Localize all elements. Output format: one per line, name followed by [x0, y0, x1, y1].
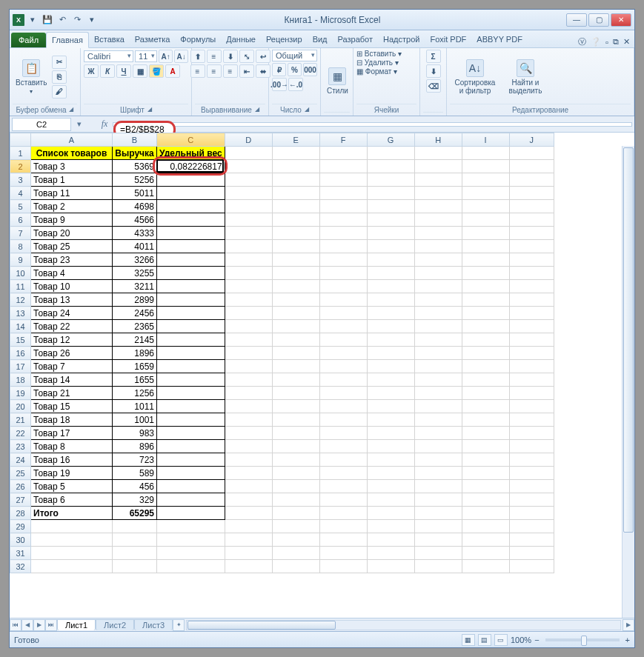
row-header-26[interactable]: 26 [10, 480, 31, 493]
cell[interactable] [509, 333, 554, 347]
cell[interactable] [272, 520, 319, 533]
cell[interactable] [272, 493, 319, 507]
sort-filter-button[interactable]: A↓ Сортировка и фильтр [450, 58, 500, 96]
cell[interactable] [509, 453, 554, 467]
row-header-17[interactable]: 17 [10, 360, 31, 373]
row-header-22[interactable]: 22 [10, 427, 31, 440]
cell[interactable] [509, 400, 554, 413]
cell[interactable] [225, 467, 272, 480]
cell[interactable] [509, 560, 554, 573]
cell[interactable] [462, 307, 509, 320]
cell[interactable] [367, 480, 414, 493]
cell[interactable] [319, 213, 367, 227]
cell[interactable] [225, 547, 272, 560]
ribbon-tab-5[interactable]: Рецензир [261, 32, 308, 47]
cell-name[interactable]: Товар 9 [31, 213, 113, 227]
page-layout-view-icon[interactable]: ▤ [478, 634, 491, 646]
cell-name[interactable]: Товар 5 [31, 480, 113, 493]
cell[interactable] [509, 493, 554, 507]
col-header-D[interactable]: D [225, 133, 272, 147]
cell[interactable] [272, 213, 319, 227]
cell-value[interactable]: 2145 [113, 333, 157, 347]
cell[interactable] [462, 507, 509, 520]
font-launcher-icon[interactable]: ◢ [147, 106, 152, 114]
cell[interactable] [319, 280, 367, 293]
cell[interactable] [319, 307, 367, 320]
cell-value[interactable]: 3255 [113, 267, 157, 280]
decrease-indent-icon[interactable]: ⇤ [239, 64, 254, 78]
cell-value[interactable]: 4333 [113, 227, 157, 240]
ribbon-tab-4[interactable]: Данные [221, 32, 261, 47]
cell[interactable] [319, 187, 367, 200]
cell[interactable] [319, 427, 367, 440]
header-cell-2[interactable]: Удельный вес [157, 147, 225, 160]
cell[interactable] [225, 427, 272, 440]
ribbon-restore-icon[interactable]: ⧉ [613, 37, 619, 47]
cut-icon[interactable]: ✂ [52, 56, 67, 69]
row-header-13[interactable]: 13 [10, 307, 31, 320]
cell[interactable] [319, 293, 367, 307]
namebox-dropdown-icon[interactable]: ▾ [73, 118, 86, 131]
cell[interactable] [225, 440, 272, 453]
cell[interactable] [272, 547, 319, 560]
currency-icon[interactable]: ₽ [272, 63, 286, 76]
cell[interactable] [272, 480, 319, 493]
cell-weight[interactable] [157, 320, 225, 333]
cell[interactable] [367, 373, 414, 387]
cell[interactable] [367, 387, 414, 400]
align-bottom-icon[interactable]: ⬇ [223, 50, 238, 63]
cell-name[interactable]: Товар 14 [31, 373, 113, 387]
cell[interactable] [414, 533, 462, 547]
cell-weight[interactable] [157, 400, 225, 413]
cell[interactable] [157, 507, 225, 520]
cell[interactable] [414, 507, 462, 520]
row-header-19[interactable]: 19 [10, 387, 31, 400]
cell[interactable] [509, 307, 554, 320]
cell-weight[interactable] [157, 267, 225, 280]
cell[interactable] [462, 200, 509, 213]
row-header-25[interactable]: 25 [10, 467, 31, 480]
row-header-15[interactable]: 15 [10, 333, 31, 347]
row-header-27[interactable]: 27 [10, 493, 31, 507]
cell-name[interactable]: Товар 15 [31, 400, 113, 413]
horizontal-scrollbar[interactable] [186, 620, 621, 630]
row-header-6[interactable]: 6 [10, 213, 31, 227]
cell[interactable] [367, 507, 414, 520]
cell[interactable] [367, 400, 414, 413]
name-box[interactable]: C2 [12, 118, 71, 131]
cell[interactable] [225, 200, 272, 213]
total-value[interactable]: 65295 [113, 507, 157, 520]
cell[interactable] [509, 547, 554, 560]
cell[interactable] [319, 520, 367, 533]
ribbon-close-icon[interactable]: ✕ [623, 37, 630, 47]
cell[interactable] [367, 147, 414, 160]
row-header-1[interactable]: 1 [10, 147, 31, 160]
total-label[interactable]: Итого [31, 507, 113, 520]
cell[interactable] [225, 493, 272, 507]
cell[interactable] [272, 280, 319, 293]
cell[interactable] [225, 387, 272, 400]
increase-decimal-icon[interactable]: .00→ [272, 78, 287, 91]
align-middle-icon[interactable]: ≡ [207, 50, 222, 63]
cell[interactable] [509, 427, 554, 440]
cell[interactable] [414, 387, 462, 400]
header-cell-1[interactable]: Выручка [113, 147, 157, 160]
row-header-29[interactable]: 29 [10, 520, 31, 533]
cell[interactable] [319, 147, 367, 160]
cell[interactable] [367, 160, 414, 173]
paste-button[interactable]: 📋 Вставить ▾ [13, 58, 50, 96]
cell[interactable] [414, 547, 462, 560]
row-header-28[interactable]: 28 [10, 507, 31, 520]
cell[interactable] [319, 480, 367, 493]
cell-weight[interactable]: 0,082226817 [157, 160, 225, 173]
number-format-combo[interactable]: Общий [272, 50, 317, 61]
copy-icon[interactable]: ⎘ [52, 70, 67, 84]
col-header-B[interactable]: B [113, 133, 157, 147]
cell[interactable] [509, 267, 554, 280]
cell[interactable] [272, 360, 319, 373]
cell[interactable] [509, 360, 554, 373]
cell-name[interactable]: Товар 6 [31, 493, 113, 507]
cell[interactable] [509, 213, 554, 227]
cell-name[interactable]: Товар 7 [31, 360, 113, 373]
insert-cells-button[interactable]: ⊞ Вставить ▾ [356, 50, 416, 58]
